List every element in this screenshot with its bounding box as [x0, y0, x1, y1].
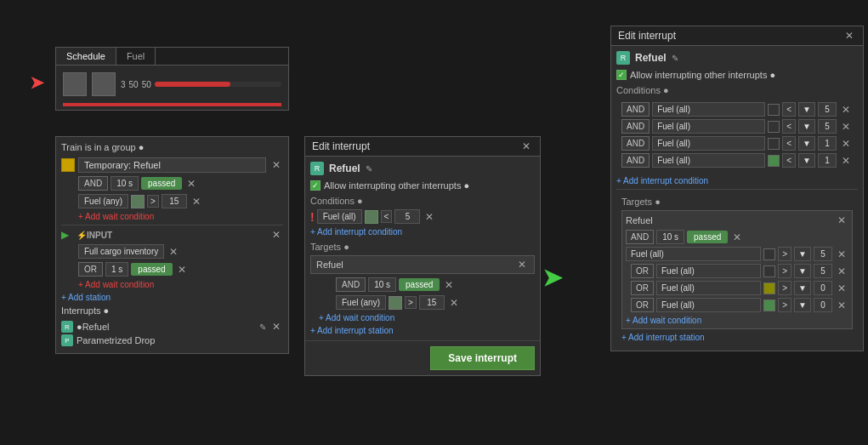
right-target-close[interactable]: ✕ [835, 214, 848, 226]
right-or-op-2[interactable]: > [778, 298, 791, 312]
fuel-cond-close[interactable]: ✕ [190, 196, 203, 208]
right-or-op-1[interactable]: > [778, 281, 791, 295]
right-target-time-close[interactable]: ✕ [730, 231, 744, 243]
right-val-0: 5 [818, 102, 837, 117]
mid-passed: passed [399, 278, 440, 291]
mid-fuel-any-icon [389, 296, 402, 310]
right-op-3[interactable]: < [782, 153, 796, 168]
right-add-interrupt-cond[interactable]: + Add interrupt condition [616, 176, 858, 185]
play-icon: ▶ [61, 229, 73, 241]
passed-badge: passed [141, 177, 182, 190]
right-and-0: AND [621, 102, 650, 117]
right-allow-row: ✓ Allow interrupting other interrupts ● [616, 70, 858, 80]
mid-and-btn[interactable]: AND [336, 277, 366, 292]
right-and-1: AND [621, 119, 650, 134]
mid-op2[interactable]: > [405, 296, 417, 309]
right-or-row-2: OR Fuel (all) > ▼ 0 ✕ [626, 298, 848, 312]
right-panel-close[interactable]: ✕ [842, 30, 856, 42]
op-select[interactable]: > [147, 195, 159, 208]
right-target-label-row: Refuel ✕ [626, 214, 848, 226]
tab-schedule[interactable]: Schedule [56, 48, 116, 65]
fuel-num-field[interactable]: 15 [162, 194, 187, 208]
time-cond-close[interactable]: ✕ [184, 178, 198, 190]
yellow-icon [61, 158, 75, 172]
mid-fuel-any-close[interactable]: ✕ [447, 297, 461, 309]
right-refuel-target-block: Refuel ✕ AND 10 s passed ✕ Fuel (all) > … [621, 210, 853, 329]
right-fuel-icon-0 [768, 104, 780, 116]
right-allow-label: Allow interrupting other interrupts ● [630, 70, 775, 80]
mid-add-station-link[interactable]: + Add interrupt station [310, 326, 535, 335]
time-value: 10 s [111, 176, 139, 191]
schedule-icon-1 [63, 72, 87, 96]
right-tc-op-0[interactable]: > [778, 247, 791, 261]
mid-add-wait-link[interactable]: + Add wait condition [319, 313, 535, 322]
right-close-0[interactable]: ✕ [839, 104, 853, 116]
right-tc-close-0[interactable]: ✕ [835, 248, 848, 260]
right-cond-row-1: AND Fuel (all) < ▼ 5 ✕ [621, 119, 853, 134]
mid-op-select[interactable]: < [381, 210, 393, 223]
mid-target-name: Refuel [316, 260, 343, 270]
slider-track[interactable] [155, 82, 281, 87]
right-add-wait-link[interactable]: + Add wait condition [626, 316, 848, 325]
mid-target-row: Refuel ✕ [310, 255, 535, 274]
cargo-close[interactable]: ✕ [167, 246, 180, 258]
allow-checkbox[interactable]: ✓ [310, 180, 321, 191]
refuel-close[interactable]: ✕ [269, 321, 283, 333]
add-wait-condition-1[interactable]: + Add wait condition [61, 212, 283, 221]
mid-target-time-row: AND 10 s passed ✕ [319, 277, 535, 292]
slider-val-1: 3 [121, 80, 126, 89]
right-target-passed: passed [687, 231, 728, 243]
mid-cond-close[interactable]: ✕ [423, 211, 436, 223]
slider-val-2: 50 [129, 80, 139, 89]
right-close-1[interactable]: ✕ [839, 121, 853, 133]
tab-fuel[interactable]: Fuel [116, 48, 156, 65]
param-drop-label: Parametrized Drop [77, 335, 155, 345]
right-or-op-arrow-2: ▼ [794, 298, 811, 312]
add-wait-condition-2[interactable]: + Add wait condition [61, 280, 283, 289]
right-tc-val-0: 5 [814, 247, 832, 261]
right-op-arrow-3: ▼ [798, 153, 815, 168]
parametrized-drop-item: P Parametrized Drop [61, 334, 283, 346]
mid-refuel-label: Refuel [329, 163, 360, 174]
right-val-3: 1 [818, 153, 837, 168]
right-val-2: 1 [818, 136, 837, 151]
right-or-close-2[interactable]: ✕ [835, 300, 848, 311]
right-op-2[interactable]: < [782, 136, 796, 151]
save-interrupt-button[interactable]: Save interrupt [430, 346, 535, 370]
right-op-arrow-2: ▼ [798, 136, 815, 151]
right-or-val-0: 5 [814, 264, 832, 278]
and-button-1[interactable]: AND [78, 176, 108, 191]
right-target-label: Refuel [626, 215, 653, 225]
right-op-1[interactable]: < [782, 119, 796, 134]
pencil-icon-1[interactable]: ✎ [259, 322, 266, 332]
right-or-close-0[interactable]: ✕ [835, 265, 848, 277]
mid-pencil-icon[interactable]: ✎ [366, 164, 372, 174]
slider-container: 3 50 50 [121, 80, 281, 89]
right-targets-header: Targets ● [621, 197, 853, 207]
add-interrupt-condition-link[interactable]: + Add interrupt condition [310, 227, 535, 237]
mid-time-close[interactable]: ✕ [442, 279, 456, 291]
input-close[interactable]: ✕ [269, 229, 283, 241]
add-station-link[interactable]: + Add station [61, 293, 283, 302]
mid-panel-close[interactable]: ✕ [519, 140, 533, 152]
right-close-3[interactable]: ✕ [839, 155, 853, 167]
right-or-close-1[interactable]: ✕ [835, 282, 848, 294]
right-or-op-0[interactable]: > [778, 264, 791, 278]
temp-refuel-close[interactable]: ✕ [269, 159, 283, 171]
mid-target-close[interactable]: ✕ [515, 259, 529, 271]
right-op-arrow-1: ▼ [798, 119, 815, 134]
right-op-0[interactable]: < [782, 102, 796, 117]
right-add-station-link[interactable]: + Add interrupt station [621, 333, 853, 342]
right-targets-block: Targets ● Refuel ✕ AND 10 s passed ✕ Fue… [616, 193, 858, 345]
right-pencil-icon[interactable]: ✎ [672, 54, 678, 63]
right-tc-op-arrow-0: ▼ [794, 247, 811, 261]
allow-interrupting-row: ✓ Allow interrupting other interrupts ● [310, 180, 535, 191]
or-time-close[interactable]: ✕ [175, 264, 189, 276]
mid-targets-section: Targets ● Refuel ✕ AND 10 s passed ✕ Fue… [310, 242, 535, 335]
right-close-2[interactable]: ✕ [839, 138, 853, 150]
or-button[interactable]: OR [78, 262, 103, 277]
right-tc-icon-0 [763, 248, 775, 260]
right-allow-checkbox[interactable]: ✓ [616, 70, 627, 80]
refuel-icon: R [61, 321, 73, 333]
mid-fuel-any: Fuel (any) [336, 295, 386, 310]
